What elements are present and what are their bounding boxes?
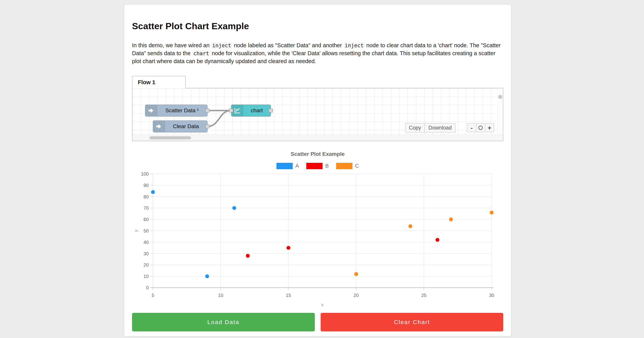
scatter-chart-section: Scatter Plot Example ABC 010203040506070…	[132, 151, 503, 307]
node-label: Scatter Data ¹	[157, 107, 207, 114]
zoom-out-button[interactable]: -	[467, 123, 476, 132]
horizontal-scrollbar-thumb[interactable]	[150, 136, 191, 139]
svg-text:100: 100	[141, 171, 149, 176]
node-label: chart	[243, 107, 270, 114]
tab-flow-1[interactable]: Flow 1	[132, 76, 186, 88]
clear-chart-button[interactable]: Clear Chart	[321, 313, 504, 332]
node-label: Clear Data	[165, 123, 207, 130]
vertical-scrollbar[interactable]	[498, 88, 503, 135]
node-chart[interactable]: chart	[231, 105, 271, 117]
legend-entry-B[interactable]: B	[306, 163, 329, 169]
svg-text:30: 30	[144, 251, 149, 256]
intro-text: In this demo, we have wired an	[132, 42, 211, 48]
download-button[interactable]: Download	[424, 123, 456, 133]
output-port[interactable]	[269, 109, 273, 113]
chart-title: Scatter Plot Example	[132, 151, 503, 157]
zoom-in-button[interactable]: +	[485, 123, 494, 132]
arrow-right-icon	[153, 121, 165, 132]
legend-label: A	[296, 163, 299, 169]
arrow-right-icon	[146, 105, 157, 116]
data-point-B	[286, 246, 290, 250]
svg-text:80: 80	[144, 194, 149, 199]
data-point-A	[205, 274, 209, 278]
input-port[interactable]	[229, 109, 233, 113]
svg-text:70: 70	[144, 205, 149, 211]
flow-toolbar: Copy Download	[405, 123, 456, 133]
horizontal-scrollbar[interactable]	[132, 135, 503, 141]
node-clear-data[interactable]: Clear Data	[153, 120, 208, 132]
data-point-C	[354, 272, 358, 276]
content-card: Scatter Plot Chart Example In this demo,…	[124, 4, 511, 336]
legend-swatch	[336, 163, 352, 169]
flow-canvas[interactable]: Scatter Data ¹ Clear Data	[132, 88, 503, 141]
legend-swatch	[306, 163, 322, 169]
chart-legend: ABC	[132, 163, 503, 169]
zoom-controls: - +	[467, 123, 494, 132]
svg-text:0: 0	[146, 285, 149, 290]
svg-text:60: 60	[144, 217, 149, 222]
copy-button[interactable]: Copy	[405, 123, 425, 133]
data-point-A	[151, 190, 155, 194]
data-point-B	[436, 238, 439, 242]
svg-text:40: 40	[144, 240, 149, 245]
data-point-C	[449, 217, 453, 221]
data-point-C	[490, 211, 494, 214]
page-title: Scatter Plot Chart Example	[132, 21, 503, 31]
svg-text:25: 25	[421, 293, 426, 298]
action-buttons: Load Data Clear Chart	[132, 313, 503, 332]
legend-entry-A[interactable]: A	[276, 163, 299, 169]
load-data-button[interactable]: Load Data	[132, 313, 315, 332]
data-point-C	[408, 224, 412, 228]
legend-swatch	[276, 163, 293, 169]
svg-text:50: 50	[144, 228, 149, 233]
intro-paragraph: In this demo, we have wired an inject no…	[132, 41, 503, 65]
output-port[interactable]	[205, 109, 210, 113]
inline-code: inject	[344, 42, 365, 49]
svg-text:90: 90	[144, 183, 149, 188]
svg-text:20: 20	[144, 262, 149, 268]
legend-label: C	[355, 163, 359, 169]
svg-text:10: 10	[218, 293, 223, 298]
vertical-scrollbar-thumb[interactable]	[498, 95, 502, 99]
data-point-A	[232, 206, 236, 210]
intro-text: node labeled as "Scatter Data" and anoth…	[232, 42, 344, 48]
output-port[interactable]	[205, 125, 210, 128]
svg-text:20: 20	[354, 293, 359, 298]
legend-entry-C[interactable]: C	[336, 163, 359, 169]
tab-flow-1-label: Flow 1	[138, 79, 155, 86]
svg-text:10: 10	[144, 274, 149, 279]
node-scatter-data[interactable]: Scatter Data ¹	[145, 105, 208, 117]
flow-editor: Flow 1 Scatter Data ¹	[132, 76, 503, 141]
svg-text:15: 15	[286, 293, 291, 298]
scatter-plot[interactable]: 010203040506070809010051015202530xy	[132, 171, 504, 307]
inline-code: inject	[211, 42, 232, 49]
svg-text:30: 30	[489, 293, 494, 298]
svg-text:5: 5	[152, 293, 154, 298]
data-point-B	[246, 254, 250, 258]
inline-code: chart	[192, 50, 210, 56]
line-chart-icon	[232, 105, 243, 116]
legend-label: B	[325, 163, 329, 169]
svg-text:y: y	[133, 230, 138, 232]
zoom-reset-button[interactable]	[476, 123, 485, 132]
circle-icon	[478, 126, 483, 130]
svg-text:x: x	[321, 302, 324, 307]
